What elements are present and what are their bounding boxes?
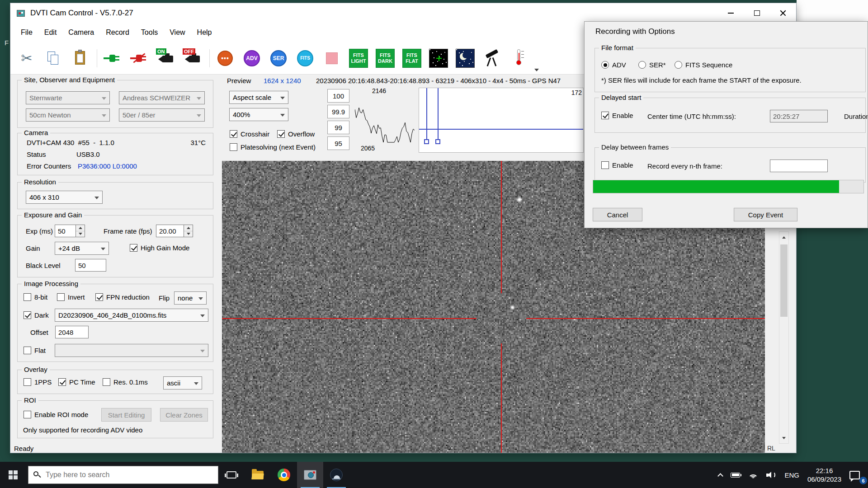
stop-recording-button[interactable]	[321, 47, 343, 70]
overflow-checkbox[interactable]: Overflow	[277, 130, 315, 138]
telescope-button[interactable]	[481, 47, 503, 70]
checkbox-icon	[24, 378, 31, 386]
scroll-down-button[interactable]	[779, 432, 788, 443]
ser-radio[interactable]: SER*	[638, 61, 666, 69]
fpn-reduction-checkbox[interactable]: FPN reduction	[95, 293, 150, 301]
file-explorer-button[interactable]	[245, 462, 271, 488]
scrollbar-thumb[interactable]	[780, 244, 788, 317]
level-99-box[interactable]: 99	[327, 121, 349, 134]
menu-record[interactable]: Record	[100, 25, 135, 40]
observer-dropdown[interactable]: Andreas SCHWEIZER	[119, 91, 205, 104]
high-gain-checkbox[interactable]: High Gain Mode	[130, 244, 189, 252]
observatory-dropdown[interactable]: Sternwarte	[26, 91, 110, 104]
framerate-input[interactable]	[156, 225, 184, 237]
invert-checkbox[interactable]: Invert	[57, 293, 85, 301]
tray-expand-button[interactable]	[714, 462, 726, 488]
flip-dropdown[interactable]: none	[174, 291, 207, 305]
camera-off-button[interactable]: OFF	[182, 47, 203, 70]
adv-radio[interactable]: ADV	[601, 61, 626, 69]
dark-file-dropdown[interactable]: D20230906_406_24dB_0100ms.fits	[55, 309, 208, 322]
minimize-button[interactable]	[717, 3, 744, 23]
wifi-button[interactable]	[744, 462, 762, 488]
preview-size-link[interactable]: 1624 x 1240	[264, 77, 301, 84]
start-editing-button[interactable]: Start Editing	[101, 408, 151, 422]
framerate-stepper[interactable]	[184, 225, 193, 237]
preview-scrollbar[interactable]	[779, 231, 789, 444]
battery-button[interactable]	[726, 462, 744, 488]
dark-checkbox[interactable]: Dark	[24, 311, 49, 319]
crosshair-checkbox[interactable]: Crosshair	[230, 130, 269, 138]
connect-camera-button[interactable]	[102, 47, 123, 70]
menu-tools[interactable]: Tools	[135, 25, 164, 40]
chrome-button[interactable]	[271, 462, 297, 488]
enable-roi-checkbox[interactable]: Enable ROI mode	[24, 411, 88, 418]
offset-input[interactable]	[55, 326, 89, 338]
level-99-9-box[interactable]: 99.9	[327, 105, 349, 118]
telescope-dropdown[interactable]: 50cm Newton	[26, 108, 110, 122]
flat-file-dropdown[interactable]	[55, 344, 208, 357]
zoom-dropdown[interactable]: 400%	[229, 108, 288, 121]
record-fits-button[interactable]: FITS	[294, 47, 316, 70]
aspect-scale-dropdown[interactable]: Aspect scale	[229, 91, 288, 104]
optics-dropdown[interactable]: 50er / 85er	[119, 108, 205, 122]
temperature-button[interactable]	[508, 47, 529, 70]
record-ser-button[interactable]: SER	[268, 47, 289, 70]
8bit-checkbox[interactable]: 8-bit	[24, 293, 47, 301]
overlay-format-dropdown[interactable]: ascii	[163, 376, 202, 389]
task-view-button[interactable]	[218, 462, 245, 488]
menu-file[interactable]: File	[15, 25, 38, 40]
toolbar-overflow-button[interactable]	[534, 69, 539, 71]
clear-zones-button[interactable]: Clear Zones	[160, 408, 208, 422]
paste-button[interactable]	[69, 47, 91, 70]
delay-frames-enable-checkbox[interactable]: Enable	[601, 161, 633, 169]
menu-edit[interactable]: Edit	[38, 25, 63, 40]
fits-dark-button[interactable]: FITSDARK	[374, 47, 396, 70]
planetarium-app-button[interactable]	[323, 462, 349, 488]
res-01ms-checkbox[interactable]: Res. 0.1ms	[103, 378, 148, 386]
fits-light-button[interactable]: FITSLIGHT	[348, 47, 369, 70]
star-field-button[interactable]	[428, 47, 449, 70]
taskbar-search[interactable]	[28, 466, 218, 484]
level-95-box[interactable]: 95	[327, 136, 349, 150]
night-sky-button[interactable]	[454, 47, 476, 70]
close-button[interactable]	[770, 3, 796, 23]
menu-view[interactable]: View	[164, 25, 191, 40]
copy-event-button[interactable]: Copy Event	[734, 208, 797, 221]
menu-help[interactable]: Help	[191, 25, 218, 40]
record-options-button[interactable]: •••	[214, 47, 236, 70]
maximize-button[interactable]	[744, 3, 770, 23]
action-center-button[interactable]: 6	[845, 462, 868, 488]
menu-camera[interactable]: Camera	[62, 25, 100, 40]
clock-button[interactable]: 22:16 06/09/2023	[803, 462, 845, 488]
fits-flat-button[interactable]: FITSFLAT	[401, 47, 423, 70]
error-counters-value: P3636:000 L0:0000	[78, 162, 137, 170]
camera-on-button[interactable]: ON	[155, 47, 177, 70]
black-level-input[interactable]	[75, 259, 106, 272]
delayed-start-enable-checkbox[interactable]: Enable	[601, 112, 633, 119]
fits-sequence-radio[interactable]: FITS Sequence	[675, 61, 732, 69]
platesolving-checkbox[interactable]: Platesolving (next Event)	[230, 143, 316, 151]
gain-dropdown[interactable]: +24 dB	[55, 242, 109, 255]
exposure-stepper[interactable]	[76, 225, 85, 237]
pc-time-checkbox[interactable]: PC Time	[58, 378, 95, 386]
record-nth-input[interactable]	[770, 160, 828, 172]
record-adv-button[interactable]: ADV	[241, 47, 263, 70]
status-bar-text: Ready	[14, 445, 33, 452]
cancel-button[interactable]: Cancel	[593, 208, 642, 221]
scroll-up-button[interactable]	[779, 232, 788, 243]
cut-button[interactable]: ✂	[16, 47, 38, 70]
center-time-input[interactable]	[770, 110, 828, 122]
volume-button[interactable]	[762, 462, 780, 488]
dvti-app-button[interactable]	[297, 462, 323, 488]
recording-progress-bar	[593, 180, 864, 193]
level-100-box[interactable]: 100	[327, 89, 349, 103]
search-input[interactable]	[46, 471, 213, 479]
start-button[interactable]	[0, 462, 26, 488]
language-button[interactable]: ENG	[780, 462, 803, 488]
flat-checkbox[interactable]: Flat	[24, 347, 46, 354]
1pps-checkbox[interactable]: 1PPS	[24, 378, 52, 386]
exposure-input[interactable]	[55, 225, 76, 237]
resolution-dropdown[interactable]: 406 x 310	[26, 191, 103, 204]
copy-button[interactable]	[42, 47, 64, 70]
disconnect-camera-button[interactable]	[128, 47, 150, 70]
